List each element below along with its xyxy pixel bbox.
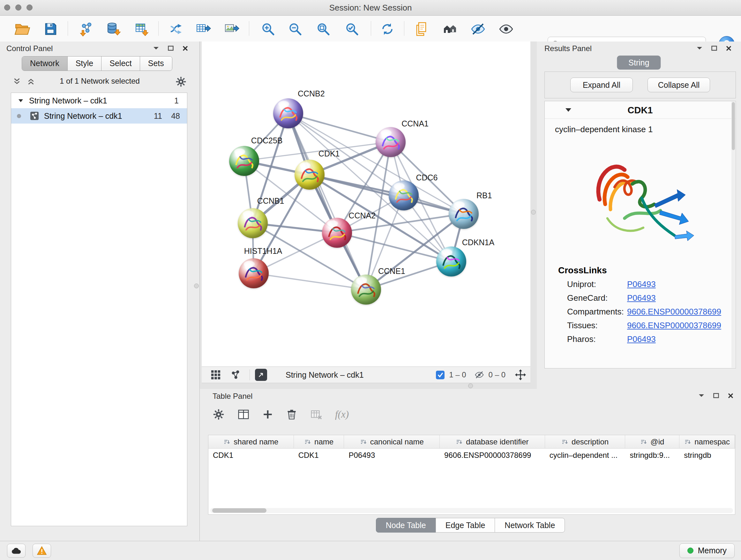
memory-button[interactable]: Memory [679, 543, 735, 558]
open-session-button[interactable] [13, 20, 31, 38]
network-node-rb1[interactable] [449, 199, 479, 229]
splitter-handle-bottom[interactable] [468, 383, 473, 388]
network-node-cdc25b[interactable] [229, 146, 259, 176]
hide-selected-button[interactable] [469, 20, 487, 38]
network-node-ccnb1[interactable] [238, 208, 268, 238]
tab-style[interactable]: Style [67, 57, 102, 71]
splitter-handle-left[interactable] [194, 284, 199, 288]
function-builder-icon[interactable]: f(x) [335, 409, 349, 420]
panel-menu-caret-icon[interactable] [697, 46, 702, 50]
gene-section-header[interactable]: CDK1 [545, 101, 736, 119]
network-edge[interactable] [254, 273, 366, 290]
crosslink-link[interactable]: P06493 [627, 293, 656, 303]
expand-all-button[interactable]: Expand All [570, 78, 633, 92]
show-columns-icon[interactable] [238, 408, 250, 421]
export-table-button[interactable] [194, 20, 212, 38]
table-cell[interactable]: cyclin–dependent ... [545, 449, 625, 462]
network-node-hist1h1a[interactable] [239, 258, 269, 288]
table-hscrollbar-thumb[interactable] [212, 508, 266, 513]
panel-float-icon[interactable] [713, 393, 719, 398]
column-header-shared-name[interactable]: shared name [208, 435, 294, 448]
gear-icon[interactable] [175, 76, 187, 87]
cloud-status-button[interactable] [7, 544, 25, 558]
splitter-handle-right[interactable] [531, 210, 536, 214]
delete-column-icon[interactable] [286, 409, 297, 420]
results-scrollbar-thumb[interactable] [732, 102, 735, 150]
network-collection-row[interactable]: String Network – cdk1 1 [11, 93, 187, 108]
network-node-ccnb2[interactable] [273, 98, 303, 128]
zoom-selected-button[interactable] [343, 20, 361, 38]
tab-sets[interactable]: Sets [140, 57, 172, 71]
zoom-in-button[interactable] [259, 20, 277, 38]
panel-float-icon[interactable] [168, 46, 174, 51]
column-header-description[interactable]: description [545, 435, 625, 448]
network-node-cdk1[interactable] [294, 160, 325, 190]
zoom-fit-button[interactable] [314, 20, 332, 38]
show-all-button[interactable] [497, 20, 515, 38]
export-image-button[interactable] [223, 20, 241, 38]
column-header-namespac[interactable]: namespac [679, 435, 735, 448]
move-crosshair-icon[interactable] [515, 369, 526, 380]
column-header--id[interactable]: @id [625, 435, 679, 448]
warnings-button[interactable] [32, 544, 51, 558]
table-settings-gear-icon[interactable] [212, 408, 225, 421]
tab-select[interactable]: Select [101, 57, 139, 71]
grid-view-icon[interactable] [211, 370, 221, 380]
import-network-database-button[interactable] [105, 20, 122, 38]
protein-ribbon-icon [436, 246, 466, 276]
network-row-selected[interactable]: String Network – cdk1 11 48 [11, 108, 187, 124]
network-overview-icon[interactable] [230, 370, 241, 380]
import-network-file-button[interactable] [77, 20, 95, 38]
network-node-cdc6[interactable] [389, 180, 419, 210]
tab-network-table[interactable]: Network Table [495, 518, 565, 533]
collapse-all-button[interactable]: Collapse All [648, 78, 710, 92]
refresh-view-button[interactable] [379, 20, 396, 38]
network-node-ccna2[interactable] [322, 218, 352, 248]
table-cell[interactable]: stringdb [679, 449, 735, 462]
control-panel-tabs: NetworkStyleSelectSets [22, 56, 172, 71]
network-node-ccne1[interactable] [351, 274, 381, 305]
selected-checkbox-icon[interactable] [436, 371, 445, 379]
panel-menu-caret-icon[interactable] [153, 46, 159, 50]
crosslinks-list: Uniprot:P06493GeneCard:P06493Compartment… [545, 279, 736, 344]
tab-string[interactable]: String [617, 56, 661, 70]
network-node-cdkn1a[interactable] [436, 246, 466, 276]
network-edge[interactable] [310, 175, 464, 213]
network-canvas[interactable]: CCNB2CCNA1CDC25BCDK1CDC6RB1CCNB1CCNA2CDK… [202, 42, 530, 367]
clone-network-button[interactable] [167, 20, 185, 38]
export-view-button[interactable] [255, 369, 267, 381]
network-node-ccna1[interactable] [376, 127, 406, 157]
column-header-name[interactable]: name [294, 435, 344, 448]
panel-close-icon[interactable] [728, 393, 733, 398]
copy-view-button[interactable] [413, 20, 431, 38]
birdseye-view-button[interactable] [441, 20, 459, 38]
crosslink-link[interactable]: 9606.ENSP00000378699 [627, 307, 721, 317]
table-cell[interactable]: stringdb:9... [625, 449, 679, 462]
column-header-database-identifier[interactable]: database identifier [440, 435, 545, 448]
crosslink-link[interactable]: P06493 [627, 279, 656, 289]
table-cell[interactable]: CDK1 [294, 449, 344, 462]
panel-menu-caret-icon[interactable] [698, 394, 704, 397]
crosslink-link[interactable]: P06493 [627, 334, 656, 344]
panel-close-icon[interactable] [726, 46, 731, 51]
tab-edge-table[interactable]: Edge Table [435, 518, 495, 533]
control-panel-title: Control Panel [6, 44, 53, 53]
panel-close-icon[interactable] [183, 46, 188, 51]
zoom-out-button[interactable] [286, 20, 304, 38]
table-cell[interactable]: CDK1 [208, 449, 294, 462]
table-row[interactable]: CDK1CDK1P064939606.ENSP00000378699cyclin… [208, 449, 735, 462]
table-hscrollbar-track[interactable] [210, 508, 733, 513]
panel-float-icon[interactable] [711, 46, 717, 51]
tab-network[interactable]: Network [22, 57, 67, 71]
table-cell[interactable]: P06493 [344, 449, 440, 462]
table-cell[interactable]: 9606.ENSP00000378699 [440, 449, 545, 462]
tab-node-table[interactable]: Node Table [376, 518, 436, 533]
add-column-icon[interactable] [262, 409, 273, 420]
node-label-rb1: RB1 [476, 191, 492, 200]
save-session-button[interactable] [42, 20, 59, 38]
results-scrollbar-track[interactable] [731, 102, 735, 368]
tree-expander-icon[interactable] [18, 99, 23, 103]
import-table-button[interactable] [133, 20, 151, 38]
column-header-canonical-name[interactable]: canonical name [344, 435, 440, 448]
crosslink-link[interactable]: 9606.ENSP00000378699 [627, 320, 721, 330]
